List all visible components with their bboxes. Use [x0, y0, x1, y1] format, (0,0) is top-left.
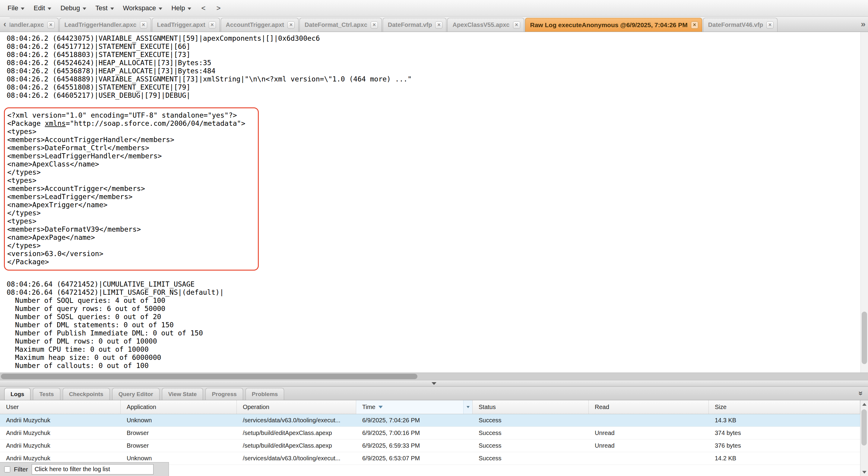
log-line: 08:04:26.64 (64721452)|LIMIT_USAGE_FOR_N… — [7, 288, 868, 297]
cell-application: Unknown — [121, 417, 237, 424]
scrollbar-thumb[interactable] — [1, 374, 417, 379]
tab-label: DateFormat_Ctrl.apxc — [305, 22, 367, 28]
close-icon[interactable]: × — [48, 22, 55, 29]
column-header-read[interactable]: Read — [589, 400, 709, 414]
xml-line: <types> — [7, 176, 258, 185]
panel-tabs: LogsTestsCheckpointsQuery EditorView Sta… — [4, 387, 284, 400]
xml-line: <members>DateFormatV39</members> — [7, 225, 258, 234]
log-line: 08:04:26.2 (64605217)|USER_DEBUG|[79]|DE… — [7, 91, 868, 99]
close-icon[interactable]: × — [766, 22, 774, 29]
tab-overflow-icon[interactable]: » — [858, 17, 868, 32]
log-line: 08:04:26.2 (64518803)|STATEMENT_EXECUTE|… — [7, 51, 868, 59]
cell-operation: /setup/build/editApexClass.apexp — [237, 442, 356, 449]
cell-operation: /services/data/v63.0/tooling/execut... — [237, 455, 356, 462]
log-line: Maximum CPU time: 0 out of 10000 — [7, 346, 868, 354]
cell-status: Success — [473, 417, 589, 424]
editor-tabs: Handler.apxc×LeadTriggerHandler.apxc×Lea… — [10, 17, 858, 32]
editor-tab[interactable]: DateFormatV46.vfp× — [703, 18, 777, 32]
editor-tab[interactable]: Raw Log executeAnonymous @6/9/2025, 7:04… — [525, 18, 702, 32]
editor-tab[interactable]: ApexClassV55.apxc× — [447, 18, 524, 32]
editor-tab[interactable]: LeadTrigger.apxt× — [152, 18, 220, 32]
menu-item-test[interactable]: Test — [91, 0, 118, 16]
editor-tab[interactable]: Handler.apxc× — [10, 18, 59, 32]
tab-label: LeadTriggerHandler.apxc — [65, 22, 136, 28]
panel-tab-tests[interactable]: Tests — [33, 388, 60, 400]
log-text-block: 08:04:26.2 (64423075)|VARIABLE_ASSIGNMEN… — [7, 34, 868, 99]
xml-text-block: <?xml version="1.0" encoding="UTF-8" sta… — [7, 111, 258, 266]
close-icon[interactable]: × — [513, 22, 520, 29]
cell-application: Browser — [121, 429, 237, 437]
menu-item-help[interactable]: Help — [167, 0, 196, 16]
menu-item-debug[interactable]: Debug — [56, 0, 91, 16]
editor-tab[interactable]: DateFormat_Ctrl.apxc× — [300, 18, 382, 32]
column-header-size[interactable]: Size — [709, 400, 860, 414]
panel-tab-progress[interactable]: Progress — [206, 388, 243, 400]
cell-user: Andrii Muzychuk — [0, 442, 121, 449]
column-header-status[interactable]: Status — [473, 400, 589, 414]
column-header-label: Read — [595, 404, 609, 411]
close-icon[interactable]: × — [140, 22, 147, 29]
log-line: Number of callouts: 0 out of 100 — [7, 362, 868, 370]
scroll-down-icon[interactable] — [861, 468, 868, 476]
log-filter-input[interactable] — [32, 464, 154, 475]
xml-line: </types> — [7, 168, 258, 176]
panel-tab-view-state[interactable]: View State — [162, 388, 203, 400]
scrollbar-thumb[interactable] — [861, 409, 867, 446]
editor-tab[interactable]: DateFormat.vfp× — [383, 18, 447, 32]
log-line: Maximum heap size: 0 out of 6000000 — [7, 354, 868, 362]
tab-label: Raw Log executeAnonymous @6/9/2025, 7:04… — [530, 22, 688, 29]
cell-time: 6/9/2025, 6:53:07 PM — [356, 455, 473, 462]
editor-tab[interactable]: AccountTrigger.apxt× — [221, 18, 299, 32]
chevron-down-icon — [48, 7, 51, 10]
log-table-row[interactable]: Andrii MuzychukUnknown/services/data/v63… — [0, 414, 860, 427]
panel-tab-checkpoints[interactable]: Checkpoints — [63, 388, 110, 400]
xml-line: <types> — [7, 128, 258, 136]
column-header-application[interactable]: Application — [121, 400, 237, 414]
collapse-panel-icon[interactable]: » — [857, 391, 865, 395]
log-line: Number of query rows: 6 out of 50000 — [7, 305, 868, 313]
nav-forward-button[interactable]: > — [211, 4, 226, 12]
table-vertical-scrollbar[interactable] — [860, 400, 868, 476]
editor-tab[interactable]: LeadTriggerHandler.apxc× — [59, 18, 151, 32]
scroll-up-icon[interactable] — [861, 400, 868, 408]
tab-scroll-left-icon[interactable]: ‹ — [0, 17, 10, 32]
close-icon[interactable]: × — [287, 22, 294, 29]
column-header-operation[interactable]: Operation — [237, 400, 356, 414]
filter-checkbox[interactable] — [4, 466, 10, 472]
collapse-arrow-icon[interactable] — [432, 382, 436, 385]
column-header-label: User — [6, 404, 19, 411]
underlined-token: xmlns — [45, 119, 66, 127]
column-menu-button[interactable] — [463, 400, 472, 414]
xml-line: <version>63.0</version> — [7, 250, 258, 258]
column-header-time[interactable]: Time — [356, 400, 473, 414]
tab-label: LeadTrigger.apxt — [157, 22, 206, 28]
close-icon[interactable]: × — [209, 22, 216, 29]
panel-tab-query-editor[interactable]: Query Editor — [112, 388, 159, 400]
menu-item-file[interactable]: File — [3, 0, 29, 16]
nav-back-button[interactable]: < — [196, 4, 211, 12]
xml-line: <members>DateFormat_Ctrl</members> — [7, 144, 258, 152]
panel-tab-logs[interactable]: Logs — [4, 388, 30, 400]
menu-item-label: Debug — [60, 4, 80, 12]
editor-tab-bar: ‹ Handler.apxc×LeadTriggerHandler.apxc×L… — [0, 17, 868, 32]
scrollbar-thumb[interactable] — [862, 311, 867, 364]
log-vertical-scrollbar[interactable] — [861, 32, 868, 373]
xml-line: </Package> — [7, 258, 258, 266]
log-table-row[interactable]: Andrii MuzychukBrowser/setup/build/editA… — [0, 427, 860, 440]
close-icon[interactable]: × — [691, 22, 698, 29]
cell-user: Andrii Muzychuk — [0, 429, 121, 437]
column-header-user[interactable]: User — [0, 400, 121, 414]
limit-usage-block: 08:04:26.64 (64721452)|CUMULATIVE_LIMIT_… — [7, 280, 868, 370]
log-horizontal-scrollbar[interactable] — [0, 373, 868, 380]
menu-item-edit[interactable]: Edit — [29, 0, 56, 16]
cell-application: Unknown — [121, 455, 237, 462]
log-line: 08:04:26.2 (64524624)|HEAP_ALLOCATE|[73]… — [7, 59, 868, 67]
cell-status: Success — [473, 455, 589, 462]
close-icon[interactable]: × — [371, 22, 378, 29]
menu-item-workspace[interactable]: Workspace — [119, 0, 167, 16]
close-icon[interactable]: × — [435, 22, 442, 29]
log-line: Number of DML rows: 0 out of 10000 — [7, 337, 868, 346]
panel-tab-problems[interactable]: Problems — [246, 388, 284, 400]
log-table-row[interactable]: Andrii MuzychukBrowser/setup/build/editA… — [0, 440, 860, 452]
panel-splitter[interactable] — [0, 380, 868, 387]
